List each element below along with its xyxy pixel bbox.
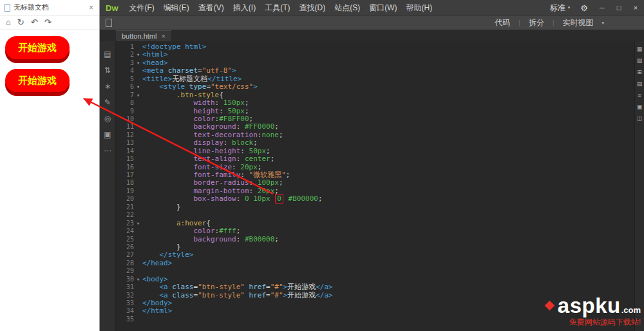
line-number: 17 [116, 171, 134, 179]
menu-item-7[interactable]: 站点(S) [330, 3, 365, 14]
menu-item-3[interactable]: 查看(V) [194, 3, 229, 14]
view-mode-switcher: 代码|拆分|实时视图▾ [488, 17, 604, 28]
fold-marker-icon [134, 155, 142, 163]
start-game-button-1[interactable]: 开始游戏 [5, 36, 70, 59]
panel-dock: ▦▧⊞▤≡▣◫ [634, 41, 644, 331]
watermark-tld: .com [621, 305, 641, 315]
fold-marker-icon [134, 179, 142, 187]
line-number: 34 [116, 307, 134, 315]
menu-item-8[interactable]: 窗口(W) [365, 3, 401, 14]
sort-icon[interactable]: ⇅ [104, 66, 111, 74]
view-mode-3[interactable]: 实时视图 [555, 17, 600, 28]
menu-item-5[interactable]: 工具(T) [260, 3, 294, 14]
line-number: 13 [116, 139, 134, 147]
fold-marker-icon[interactable]: ▼ [134, 220, 142, 227]
code-line-25[interactable]: 25 background: #B00000; [116, 236, 634, 243]
code-editor[interactable]: 1<!doctype html>2▼<html>3▼<head>4<meta c… [116, 41, 634, 331]
snippets-icon[interactable]: ∗ [104, 82, 111, 90]
dom-panel-icon[interactable]: ◫ [637, 116, 643, 122]
live-view-caret-icon[interactable]: ▾ [601, 21, 604, 26]
watermark-tagline: 免费网站源码下载站! [546, 317, 641, 328]
more-icon[interactable]: ⋯ [104, 147, 111, 155]
files-panel-icon[interactable]: ▤ [637, 81, 643, 87]
view-mode-separator: | [518, 19, 520, 26]
menu-item-1[interactable]: 文件(F) [125, 3, 159, 14]
assets-panel-icon[interactable]: ▧ [637, 58, 643, 64]
files-icon[interactable]: ▤ [104, 50, 111, 58]
line-number: 25 [116, 236, 134, 243]
line-number: 28 [116, 260, 134, 267]
refresh-icon[interactable]: ↻ [17, 17, 24, 27]
fold-marker-icon [134, 292, 142, 299]
fold-marker-icon[interactable]: ▼ [134, 59, 142, 67]
redo-icon[interactable]: ↷ [44, 17, 52, 27]
home-icon[interactable]: ⌂ [6, 17, 11, 27]
view-mode-1[interactable]: 代码 [488, 17, 517, 28]
inspect-icon[interactable]: ◎ [104, 115, 111, 122]
insert-panel-icon[interactable]: ⊞ [637, 70, 642, 75]
menu-item-2[interactable]: 编辑(E) [159, 3, 194, 14]
code-line-2[interactable]: 2▼<html> [116, 51, 634, 59]
fold-marker-icon [134, 236, 142, 243]
code-line-27[interactable]: 27 </style> [116, 251, 634, 259]
fold-marker-icon [134, 243, 142, 251]
preview-tab-close-icon[interactable]: × [88, 3, 95, 12]
file-icon[interactable] [106, 19, 112, 27]
code-line-29[interactable]: 29 [116, 267, 634, 275]
line-number: 1 [116, 43, 134, 51]
start-game-button-2[interactable]: 开始游戏 [5, 69, 70, 92]
code-line-26[interactable]: 26 } [116, 243, 634, 251]
aspku-logo-icon [545, 301, 555, 311]
code-line-28[interactable]: 28</head> [116, 260, 634, 267]
window-controls: ─□× [594, 4, 644, 12]
library-panel-icon[interactable]: ▣ [637, 104, 643, 110]
preview-pane: 无标题文档 × ⌂↻↶↷ 开始游戏开始游戏 [0, 0, 100, 331]
fold-marker-icon[interactable]: ▼ [134, 83, 142, 91]
document-tab-label: button.html [122, 32, 156, 40]
minimize-button[interactable]: ─ [594, 4, 611, 12]
fold-marker-icon [134, 115, 142, 123]
fold-marker-icon[interactable]: ▼ [134, 91, 142, 99]
preview-canvas: 开始游戏开始游戏 [0, 30, 99, 92]
workspace-switcher[interactable]: 标准 ▾ [545, 3, 575, 14]
fold-marker-icon [134, 267, 142, 275]
preview-nav-toolbar: ⌂↻↶↷ [0, 15, 99, 30]
gear-icon[interactable]: ⚙ [574, 3, 594, 13]
document-tab[interactable]: button.html × [116, 30, 171, 41]
fold-marker-icon [134, 211, 142, 219]
code-text: </head> [142, 260, 172, 267]
line-number: 5 [116, 75, 134, 83]
code-line-1[interactable]: 1<!doctype html> [116, 43, 634, 51]
fold-marker-icon [134, 75, 142, 83]
fold-marker-icon [134, 227, 142, 235]
menu-item-6[interactable]: 查找(D) [294, 3, 330, 14]
line-number: 15 [116, 155, 134, 163]
fold-marker-icon[interactable]: ▼ [134, 51, 142, 59]
line-number: 24 [116, 227, 134, 235]
undo-icon[interactable]: ↶ [31, 17, 38, 27]
close-button[interactable]: × [627, 4, 644, 12]
fold-marker-icon [134, 260, 142, 267]
box-icon[interactable]: ▣ [104, 131, 111, 138]
editor-pane: Dw 文件(F)编辑(E)查看(V)插入(I)工具(T)查找(D)站点(S)窗口… [100, 0, 644, 331]
fold-marker-icon[interactable]: ▼ [134, 276, 142, 283]
line-number: 2 [116, 51, 134, 59]
view-mode-separator: | [553, 19, 554, 26]
document-toolbar: 代码|拆分|实时视图▾ [100, 15, 644, 30]
list-panel-icon[interactable]: ≡ [638, 93, 641, 99]
view-mode-2[interactable]: 拆分 [522, 17, 551, 28]
document-icon [5, 4, 10, 12]
menu-item-4[interactable]: 插入(I) [229, 3, 260, 14]
fold-marker-icon [134, 99, 142, 107]
menu-item-9[interactable]: 帮助(H) [401, 3, 437, 14]
code-line-21[interactable]: 21 } [116, 203, 634, 211]
edit-icon[interactable]: ✎ [104, 99, 111, 106]
document-tab-close-icon[interactable]: × [161, 32, 165, 40]
maximize-button[interactable]: □ [611, 4, 627, 12]
grid-panel-icon[interactable]: ▦ [637, 46, 643, 52]
editor-main: ▤⇅∗✎◎▣⋯ 1<!doctype html>2▼<html>3▼<head>… [100, 41, 644, 331]
fold-marker-icon [134, 195, 142, 203]
line-number: 26 [116, 243, 134, 251]
code-line-20[interactable]: 20 box-shadow: 0 10px 0 #B00000; [116, 195, 634, 203]
fold-marker-icon [134, 147, 142, 155]
